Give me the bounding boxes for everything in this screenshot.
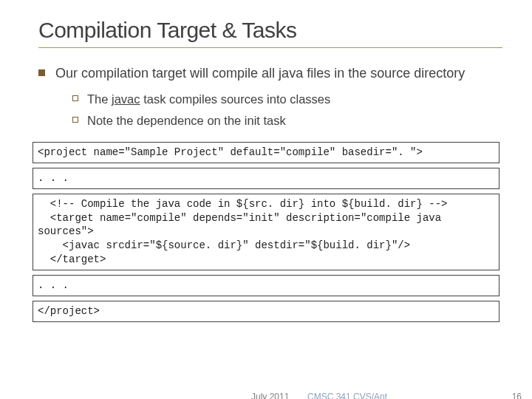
footer-course: CMSC 341 CVS/Ant	[307, 392, 387, 399]
bullet-level2: The javac task compiles sources into cla…	[72, 91, 502, 107]
bullet1a-text: The javac task compiles sources into cla…	[87, 91, 330, 107]
code-line-2: . . .	[33, 168, 499, 189]
footer-course-text: CMSC 341 CVS/Ant	[307, 392, 387, 399]
code-line-1: <project name="Sample Project" default="…	[33, 142, 499, 163]
open-square-bullet-icon	[72, 117, 78, 123]
bullet-level1: Our compilation target will compile all …	[38, 64, 502, 82]
javac-link[interactable]: javac	[112, 92, 140, 106]
footer-page-number: 16	[512, 392, 522, 399]
code-block-group: <project name="Sample Project" default="…	[33, 142, 502, 322]
open-square-bullet-icon	[72, 95, 78, 101]
slide: Compilation Target & Tasks Our compilati…	[0, 0, 532, 322]
square-bullet-icon	[38, 69, 45, 76]
sub-bullet-list: The javac task compiles sources into cla…	[72, 91, 502, 129]
bullet1a-pre: The	[87, 92, 112, 106]
bullet-level2: Note the dependence on the init task	[72, 112, 502, 129]
code-block-target: <!-- Compile the java code in ${src. dir…	[33, 194, 499, 270]
code-line-4: . . .	[33, 275, 499, 296]
bullet1b-text: Note the dependence on the init task	[87, 112, 286, 129]
code-line-5: </project>	[33, 301, 499, 322]
slide-title: Compilation Target & Tasks	[38, 18, 502, 48]
bullet1-text: Our compilation target will compile all …	[55, 64, 465, 82]
bullet1a-post: task compiles sources into classes	[140, 92, 331, 106]
footer-date: July 2011	[251, 392, 289, 399]
